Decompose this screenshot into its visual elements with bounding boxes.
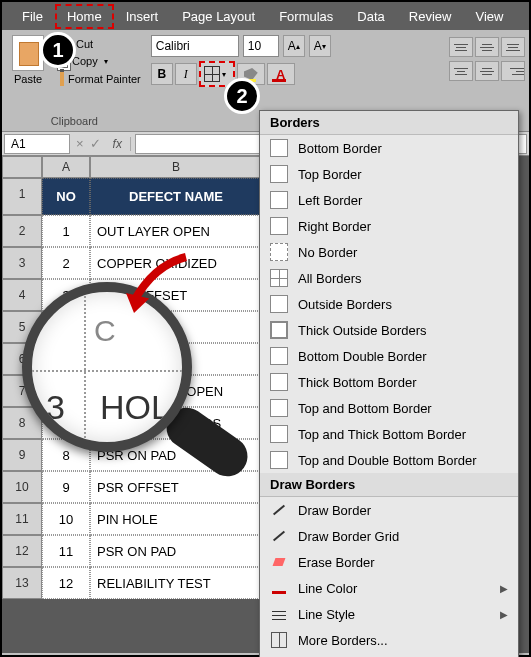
callout-badge-1: 1	[40, 32, 76, 68]
borders-section-header: Borders	[260, 111, 518, 135]
border-icon	[270, 451, 288, 469]
draw-border-item[interactable]: Draw Border	[260, 497, 518, 523]
no-border-item[interactable]: No Border	[260, 239, 518, 265]
align-middle-button[interactable]	[475, 37, 499, 57]
bottom-border-item[interactable]: Bottom Border	[260, 135, 518, 161]
row-header[interactable]: 11	[2, 503, 42, 535]
align-top-button[interactable]	[449, 37, 473, 57]
row-header[interactable]: 9	[2, 439, 42, 471]
border-icon	[270, 243, 288, 261]
line-color-item[interactable]: Line Color▶	[260, 575, 518, 601]
top-thick-bottom-border-item[interactable]: Top and Thick Bottom Border	[260, 421, 518, 447]
col-header-a[interactable]: A	[42, 156, 90, 178]
outside-borders-item[interactable]: Outside Borders	[260, 291, 518, 317]
cell-no[interactable]: 9	[42, 471, 90, 503]
cell-name[interactable]: PSR OFFSET	[90, 471, 262, 503]
table-header-no[interactable]: NO	[42, 178, 90, 215]
thick-outside-borders-item[interactable]: Thick Outside Borders	[260, 317, 518, 343]
cell-no[interactable]: 10	[42, 503, 90, 535]
table-header-name[interactable]: DEFECT NAME	[90, 178, 262, 215]
line-color-icon	[270, 579, 288, 597]
mag-cell-number: 3	[46, 388, 65, 427]
format-painter-button[interactable]: Format Painter	[54, 71, 143, 87]
more-borders-item[interactable]: More Borders...	[260, 627, 518, 653]
table-row[interactable]: 11PSR ON PAD	[42, 535, 262, 567]
cut-label: Cut	[76, 38, 93, 50]
row-header[interactable]: 13	[2, 567, 42, 599]
font-color-button[interactable]: A	[267, 63, 295, 85]
italic-button[interactable]: I	[175, 63, 197, 85]
chevron-right-icon: ▶	[500, 583, 508, 594]
row-header[interactable]: 2	[2, 215, 42, 247]
select-all-corner[interactable]	[2, 156, 42, 178]
pen-grid-icon	[270, 527, 288, 545]
erase-border-item[interactable]: Erase Border	[260, 549, 518, 575]
tab-view[interactable]: View	[463, 4, 515, 29]
tab-formulas[interactable]: Formulas	[267, 4, 345, 29]
cell-no[interactable]: 12	[42, 567, 90, 599]
borders-icon	[204, 66, 220, 82]
cell-name[interactable]: PSR ON PAD	[90, 535, 262, 567]
thick-bottom-border-item[interactable]: Thick Bottom Border	[260, 369, 518, 395]
align-right-button[interactable]	[501, 61, 525, 81]
tab-review[interactable]: Review	[397, 4, 464, 29]
table-row[interactable]: 10PIN HOLE	[42, 503, 262, 535]
mag-cell-tl: C	[94, 314, 116, 348]
formula-bar-buttons: ×✓	[72, 136, 105, 151]
mag-cell-text: HOL	[100, 388, 170, 427]
align-center-button[interactable]	[475, 61, 499, 81]
increase-font-button[interactable]: A▴	[283, 35, 305, 57]
border-icon	[270, 269, 288, 287]
font-size-select[interactable]	[243, 35, 279, 57]
all-borders-item[interactable]: All Borders	[260, 265, 518, 291]
cell-name[interactable]: RELIABILITY TEST	[90, 567, 262, 599]
cell-name[interactable]: OUT LAYER OPEN	[90, 215, 262, 247]
format-painter-label: Format Painter	[68, 73, 141, 85]
row-header[interactable]: 4	[2, 279, 42, 311]
draw-border-grid-item[interactable]: Draw Border Grid	[260, 523, 518, 549]
line-style-icon	[270, 605, 288, 623]
border-icon	[270, 321, 288, 339]
chevron-down-icon: ▾	[222, 70, 230, 79]
callout-badge-2: 2	[224, 78, 260, 114]
tab-insert[interactable]: Insert	[114, 4, 171, 29]
more-borders-icon	[270, 631, 288, 649]
left-border-item[interactable]: Left Border	[260, 187, 518, 213]
border-icon	[270, 217, 288, 235]
tab-file[interactable]: File	[10, 4, 55, 29]
cell-no[interactable]: 2	[42, 247, 90, 279]
callout-arrow	[122, 249, 202, 329]
draw-borders-section-header: Draw Borders	[260, 473, 518, 497]
row-header[interactable]: 1	[2, 178, 42, 215]
brush-icon	[60, 72, 64, 86]
row-header[interactable]: 10	[2, 471, 42, 503]
table-row[interactable]: 12RELIABILITY TEST	[42, 567, 262, 599]
col-header-b[interactable]: B	[90, 156, 262, 178]
top-bottom-border-item[interactable]: Top and Bottom Border	[260, 395, 518, 421]
cell-no[interactable]: 1	[42, 215, 90, 247]
fx-label[interactable]: fx	[105, 137, 131, 151]
chevron-right-icon: ▶	[500, 609, 508, 620]
tab-page-layout[interactable]: Page Layout	[170, 4, 267, 29]
align-bottom-button[interactable]	[501, 37, 525, 57]
line-style-item[interactable]: Line Style▶	[260, 601, 518, 627]
top-double-bottom-border-item[interactable]: Top and Double Bottom Border	[260, 447, 518, 473]
align-left-button[interactable]	[449, 61, 473, 81]
cell-no[interactable]: 11	[42, 535, 90, 567]
row-header[interactable]: 3	[2, 247, 42, 279]
font-name-select[interactable]	[151, 35, 239, 57]
name-box[interactable]	[4, 134, 70, 154]
decrease-font-button[interactable]: A▾	[309, 35, 331, 57]
bold-button[interactable]: B	[151, 63, 173, 85]
bottom-double-border-item[interactable]: Bottom Double Border	[260, 343, 518, 369]
border-icon	[270, 139, 288, 157]
border-icon	[270, 425, 288, 443]
table-row[interactable]: 1OUT LAYER OPEN	[42, 215, 262, 247]
right-border-item[interactable]: Right Border	[260, 213, 518, 239]
top-border-item[interactable]: Top Border	[260, 161, 518, 187]
tab-data[interactable]: Data	[345, 4, 396, 29]
row-header[interactable]: 12	[2, 535, 42, 567]
tab-home[interactable]: Home	[55, 4, 114, 29]
cell-name[interactable]: PIN HOLE	[90, 503, 262, 535]
border-icon	[270, 191, 288, 209]
